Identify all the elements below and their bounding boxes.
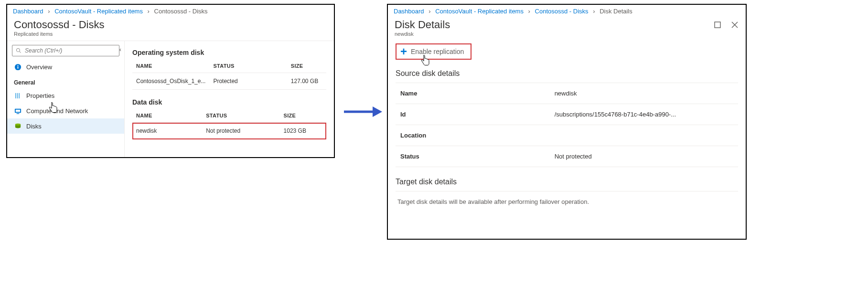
arrow-right-icon <box>343 105 383 120</box>
kv-key: Name <box>396 83 550 104</box>
kv-value: /subscriptions/155c4768-b71c-4e4b-a990-.… <box>550 104 738 125</box>
kv-key: Status <box>396 146 550 167</box>
svg-point-12 <box>15 123 20 125</box>
breadcrumb: Dashboard › ContosoVault - Replicated it… <box>388 5 746 17</box>
svg-marker-14 <box>373 106 382 117</box>
properties-icon <box>14 92 21 99</box>
target-disk-heading: Target disk details <box>396 178 738 186</box>
enable-replication-button[interactable]: + Enable replication <box>400 47 464 56</box>
cell-name: Contosossd_OsDisk_1_e... <box>132 73 209 90</box>
chevron-right-icon: › <box>528 8 530 15</box>
col-name[interactable]: NAME <box>132 59 209 73</box>
target-note: Target disk details will be available af… <box>396 191 738 205</box>
svg-rect-4 <box>17 65 18 66</box>
page-title: Contosossd - Disks <box>14 19 327 31</box>
kv-row-id: Id /subscriptions/155c4768-b71c-4e4b-a99… <box>396 104 738 125</box>
table-row-newdisk[interactable]: newdisk Not protected 1023 GB <box>132 123 326 139</box>
enable-replication-label: Enable replication <box>411 48 464 55</box>
disks-icon <box>14 122 21 130</box>
source-disk-heading: Source disk details <box>396 69 738 78</box>
svg-line-1 <box>20 52 21 53</box>
kv-row-name: Name newdisk <box>396 83 738 104</box>
col-status[interactable]: STATUS <box>209 59 287 73</box>
col-name[interactable]: NAME <box>132 109 202 123</box>
svg-rect-9 <box>15 109 20 112</box>
disks-blade: Dashboard › ContosoVault - Replicated it… <box>6 4 335 158</box>
svg-rect-10 <box>16 113 19 114</box>
sidebar-item-label: Properties <box>26 92 54 99</box>
os-disk-heading: Operating system disk <box>132 49 326 56</box>
search-icon <box>16 48 21 55</box>
breadcrumb-dashboard[interactable]: Dashboard <box>394 8 424 15</box>
sidebar-item-properties[interactable]: Properties <box>7 88 124 103</box>
data-disk-table: NAME STATUS SIZE newdisk Not protected 1… <box>132 109 326 139</box>
sidebar-item-label: Compute and Network <box>26 107 88 115</box>
enable-replication-highlight: + Enable replication <box>396 43 472 60</box>
page-title: Disk Details <box>395 19 739 31</box>
compute-icon <box>14 107 21 115</box>
svg-rect-15 <box>715 22 720 28</box>
chevron-right-icon: › <box>148 8 150 15</box>
title-block: Contosossd - Disks Replicated items <box>7 17 334 41</box>
sidebar-item-compute-network[interactable]: Compute and Network <box>7 103 124 118</box>
title-block: Disk Details newdisk <box>388 17 746 41</box>
svg-point-0 <box>17 49 20 52</box>
col-status[interactable]: STATUS <box>202 109 279 123</box>
sidebar-item-label: Overview <box>26 64 52 71</box>
page-subtitle: Replicated items <box>14 31 327 37</box>
disk-details-blade: Dashboard › ContosoVault - Replicated it… <box>387 4 747 240</box>
sidebar: « Overview General Properties <box>7 41 125 157</box>
sidebar-item-disks[interactable]: Disks <box>7 118 124 134</box>
kv-value: newdisk <box>550 83 738 104</box>
col-size[interactable]: SIZE <box>287 59 326 73</box>
kv-value <box>550 125 738 146</box>
svg-rect-3 <box>17 66 18 69</box>
breadcrumb-vault[interactable]: ContosoVault - Replicated items <box>435 8 524 15</box>
breadcrumb-dashboard[interactable]: Dashboard <box>13 8 43 15</box>
kv-key: Location <box>396 125 550 146</box>
page-subtitle: newdisk <box>395 31 739 37</box>
info-icon <box>14 63 21 71</box>
source-properties-table: Name newdisk Id /subscriptions/155c4768-… <box>396 83 738 167</box>
breadcrumb-disks[interactable]: Contosossd - Disks <box>535 8 589 15</box>
plus-icon: + <box>400 47 407 56</box>
cell-status: Protected <box>209 73 287 90</box>
restore-window-icon[interactable] <box>713 21 722 29</box>
breadcrumb-vault[interactable]: ContosoVault - Replicated items <box>54 8 143 15</box>
sidebar-item-label: Disks <box>26 123 42 130</box>
cell-size: 1023 GB <box>280 123 326 139</box>
breadcrumb-current: Contosossd - Disks <box>154 8 208 15</box>
svg-rect-6 <box>17 93 18 98</box>
os-disk-table: NAME STATUS SIZE Contosossd_OsDisk_1_e..… <box>132 59 326 90</box>
sidebar-heading-general: General <box>7 74 124 88</box>
breadcrumb-current: Disk Details <box>600 8 632 15</box>
col-size[interactable]: SIZE <box>280 109 326 123</box>
kv-row-location: Location <box>396 125 738 146</box>
chevron-right-icon: › <box>48 8 50 15</box>
svg-rect-7 <box>19 93 20 98</box>
table-row[interactable]: Contosossd_OsDisk_1_e... Protected 127.0… <box>132 73 326 90</box>
main-content: Operating system disk NAME STATUS SIZE C… <box>125 41 334 157</box>
cell-size: 127.00 GB <box>287 73 326 90</box>
data-disk-heading: Data disk <box>132 98 326 106</box>
kv-row-status: Status Not protected <box>396 146 738 167</box>
sidebar-item-overview[interactable]: Overview <box>7 59 124 74</box>
chevron-right-icon: › <box>593 8 595 15</box>
chevron-right-icon: › <box>429 8 430 15</box>
close-icon[interactable] <box>730 21 739 29</box>
cell-name: newdisk <box>132 123 202 139</box>
search-input[interactable] <box>12 45 119 56</box>
breadcrumb: Dashboard › ContosoVault - Replicated it… <box>7 5 334 17</box>
kv-key: Id <box>396 104 550 125</box>
svg-rect-5 <box>15 93 16 98</box>
cell-status: Not protected <box>202 123 279 139</box>
kv-value: Not protected <box>550 146 738 167</box>
